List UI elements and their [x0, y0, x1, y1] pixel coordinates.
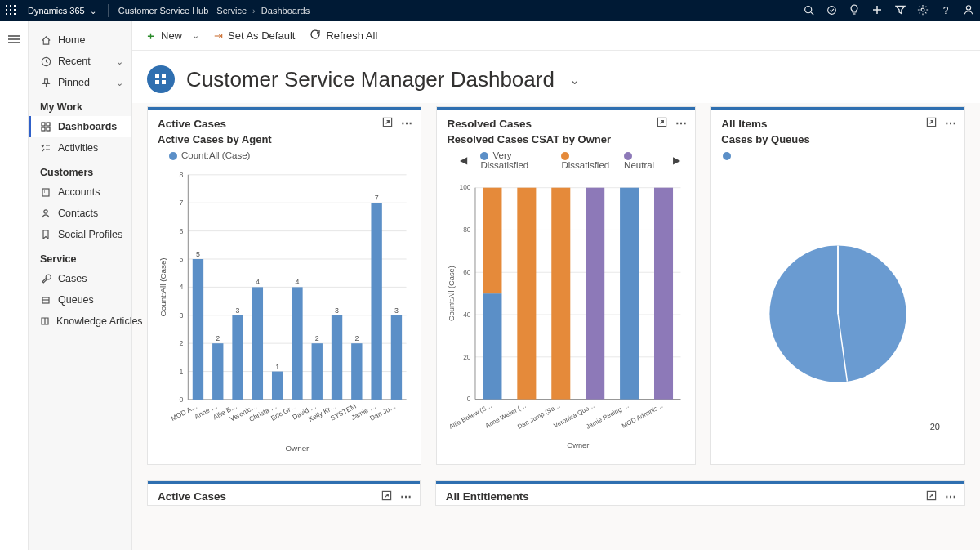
- svg-rect-112: [586, 188, 605, 400]
- sidebar-item-contacts[interactable]: Contacts: [29, 203, 131, 224]
- more-icon[interactable]: ⋯: [400, 490, 412, 503]
- dashboard-icon: [40, 122, 51, 132]
- user-avatar-icon[interactable]: [957, 4, 980, 17]
- more-icon[interactable]: ⋯: [675, 117, 687, 130]
- sidebar-item-label: Knowledge Articles: [56, 315, 143, 327]
- page-title-dropdown[interactable]: ⌄: [569, 72, 580, 87]
- svg-line-10: [810, 11, 813, 14]
- sidebar-section-customers: Customers: [29, 159, 131, 181]
- card-title: All Items: [721, 118, 767, 130]
- svg-rect-0: [6, 5, 7, 7]
- person-icon: [40, 208, 51, 218]
- svg-text:2: 2: [354, 334, 359, 342]
- chevron-down-icon: ⌄: [90, 7, 96, 16]
- svg-point-16: [966, 6, 970, 10]
- svg-rect-108: [483, 293, 502, 399]
- new-button[interactable]: ＋ New ⌄: [145, 29, 199, 43]
- breadcrumb-page[interactable]: Dashboards: [261, 6, 310, 16]
- card-title: Active Cases: [158, 118, 226, 130]
- svg-rect-4: [10, 9, 11, 11]
- refresh-icon: [310, 29, 321, 42]
- svg-text:6: 6: [179, 227, 183, 235]
- clock-icon: [40, 56, 51, 67]
- more-icon[interactable]: ⋯: [945, 490, 956, 503]
- app-launcher-icon[interactable]: [0, 5, 21, 16]
- svg-rect-62: [232, 315, 243, 400]
- sidebar-item-dashboards[interactable]: Dashboards: [29, 116, 131, 137]
- sidebar-item-cases[interactable]: Cases: [29, 268, 131, 289]
- svg-text:3: 3: [394, 306, 399, 315]
- queue-icon: [40, 295, 51, 305]
- svg-rect-2: [14, 5, 16, 7]
- svg-rect-21: [42, 123, 45, 126]
- svg-rect-24: [47, 127, 50, 131]
- product-name: Dynamics 365: [28, 6, 85, 16]
- page-header: Customer Service Manager Dashboard ⌄: [132, 51, 980, 103]
- hamburger-icon[interactable]: [0, 28, 28, 51]
- svg-rect-76: [371, 203, 381, 400]
- card-resolved-cases: Resolved Cases ⋯ Resolved Cases CSAT by …: [436, 106, 696, 465]
- chart-legend: [711, 150, 964, 163]
- checklist-icon: [40, 143, 51, 153]
- svg-text:3: 3: [236, 306, 240, 315]
- sidebar-item-knowledge[interactable]: Knowledge Articles: [29, 311, 131, 332]
- expand-icon[interactable]: [926, 117, 937, 130]
- svg-rect-6: [6, 13, 7, 15]
- svg-rect-78: [391, 315, 402, 400]
- sidebar-item-pinned[interactable]: Pinned ⌄: [29, 72, 131, 93]
- help-icon[interactable]: ?: [934, 5, 957, 16]
- sidebar-item-label: Social Profiles: [58, 229, 122, 240]
- svg-text:Owner: Owner: [568, 441, 590, 449]
- refresh-button[interactable]: Refresh All: [310, 29, 377, 42]
- breadcrumb-area[interactable]: Service: [216, 6, 247, 16]
- bookmark-icon: [40, 230, 51, 239]
- plus-icon[interactable]: [866, 5, 889, 16]
- sidebar-item-recent[interactable]: Recent ⌄: [29, 51, 131, 72]
- sidebar-item-label: Recent: [58, 56, 91, 67]
- sidebar-item-accounts[interactable]: Accounts: [29, 181, 131, 203]
- expand-icon[interactable]: [926, 490, 937, 503]
- hub-name[interactable]: Customer Service Hub: [114, 6, 214, 16]
- svg-rect-66: [272, 372, 283, 400]
- svg-rect-22: [47, 123, 50, 126]
- sidebar-item-activities[interactable]: Activities: [29, 137, 131, 159]
- more-icon[interactable]: ⋯: [945, 117, 956, 130]
- more-icon[interactable]: ⋯: [401, 117, 412, 130]
- chevron-down-icon: ⌄: [187, 30, 199, 41]
- svg-text:7: 7: [179, 199, 183, 207]
- sidebar-item-social[interactable]: Social Profiles: [29, 224, 131, 245]
- product-switcher[interactable]: Dynamics 365 ⌄: [21, 6, 103, 16]
- divider: [108, 4, 109, 17]
- svg-text:Owner: Owner: [285, 444, 310, 453]
- legend-label: Neutral: [624, 160, 654, 170]
- book-icon: [40, 316, 50, 326]
- svg-rect-8: [14, 13, 16, 15]
- expand-icon[interactable]: [381, 490, 392, 503]
- button-label: Refresh All: [326, 29, 377, 42]
- task-icon[interactable]: [820, 5, 843, 17]
- legend-next[interactable]: ▶: [671, 154, 682, 166]
- svg-rect-60: [212, 343, 223, 400]
- expand-icon[interactable]: [657, 117, 667, 130]
- svg-rect-111: [552, 188, 571, 400]
- filter-icon[interactable]: [889, 5, 911, 16]
- legend-prev[interactable]: ◀: [458, 154, 469, 166]
- dashboard-badge-icon: [147, 65, 175, 93]
- legend-label: Count:All (Case): [181, 150, 250, 160]
- sidebar-item-home[interactable]: Home: [29, 29, 131, 51]
- svg-rect-114: [654, 188, 673, 400]
- expand-icon[interactable]: [382, 117, 393, 130]
- sidebar-item-queues[interactable]: Queues: [29, 289, 131, 311]
- chart-legend: Count:All (Case): [148, 150, 421, 163]
- pie-value-label: 20: [930, 422, 940, 432]
- gear-icon[interactable]: [911, 4, 934, 17]
- svg-rect-113: [621, 188, 639, 400]
- search-icon[interactable]: [797, 5, 820, 17]
- set-default-button[interactable]: ⇥ Set As Default: [214, 29, 295, 42]
- card-title: All Entitlements: [446, 490, 529, 503]
- svg-rect-109: [483, 188, 502, 293]
- svg-text:40: 40: [464, 311, 472, 319]
- lightbulb-icon[interactable]: [843, 4, 866, 17]
- svg-text:5: 5: [196, 250, 200, 258]
- svg-point-15: [921, 8, 924, 11]
